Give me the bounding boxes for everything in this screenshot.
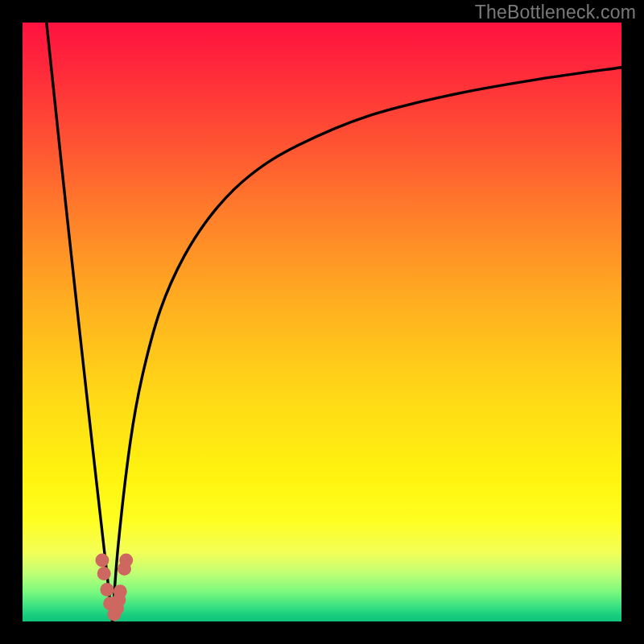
left-branch-curve [47, 23, 113, 621]
chart-frame: TheBottleneck.com [0, 0, 644, 644]
highlight-dot [119, 554, 133, 568]
watermark-text: TheBottleneck.com [475, 2, 636, 23]
curve-layer [23, 23, 621, 621]
highlight-dot [95, 554, 109, 568]
highlight-dot [100, 583, 114, 597]
plot-area [23, 23, 621, 621]
right-branch-curve [113, 68, 621, 621]
highlight-dot [114, 584, 127, 598]
highlight-dot [97, 567, 111, 580]
